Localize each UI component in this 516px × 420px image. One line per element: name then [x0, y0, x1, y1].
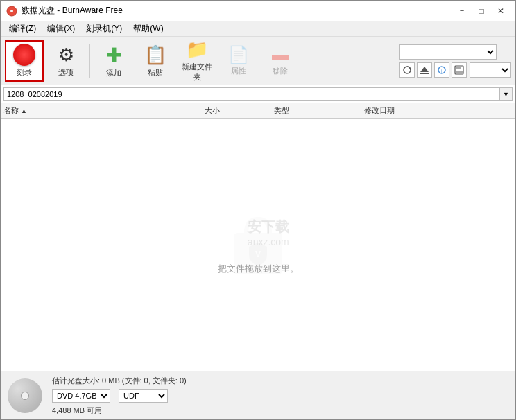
new-folder-button[interactable]: 📁 新建文件夹	[178, 40, 216, 82]
add-label: 添加	[106, 68, 121, 78]
drive-action-icons: i	[399, 62, 467, 78]
menu-item-edit[interactable]: 编辑(X)	[42, 21, 80, 36]
status-bar: 估计光盘大小: 0 MB (文件: 0, 文件夹: 0) DVD 4.7GB D…	[1, 371, 515, 419]
path-bar: ▼	[1, 85, 515, 103]
svg-text:i: i	[441, 68, 442, 74]
window-controls: － □ ✕	[453, 3, 510, 19]
properties-button[interactable]: 📄 属性	[219, 40, 258, 82]
info-icon: i	[437, 65, 447, 75]
svg-rect-9	[456, 71, 463, 73]
folder-icon: 📁	[186, 39, 208, 60]
paste-icon: 📋	[144, 44, 166, 66]
remove-button[interactable]: ▬ 移除	[261, 40, 300, 82]
svg-rect-4	[420, 73, 429, 74]
eject-icon	[420, 65, 429, 75]
title-bar: 数据光盘 - BurnAware Free － □ ✕	[1, 1, 515, 21]
burn-button[interactable]: 刻录	[5, 40, 44, 82]
estimate-line: 估计光盘大小: 0 MB (文件: 0, 文件夹: 0)	[52, 376, 187, 386]
svg-marker-3	[420, 67, 429, 72]
disc-type-select[interactable]: DVD 4.7GB DVD 8.5GB DVD+R CD 700MB	[52, 389, 110, 403]
content-area: V 安下载 anxz.com 把文件拖放到这里。	[1, 119, 515, 371]
drive-select-row	[399, 44, 511, 60]
maximize-button[interactable]: □	[472, 3, 490, 19]
toolbar-right: i	[399, 44, 511, 78]
window-title: 数据光盘 - BurnAware Free	[22, 5, 123, 17]
app-icon	[6, 6, 17, 17]
toolbar: 刻录 ⚙ 选项 ✚ 添加 📋 粘贴 📁 新建文件夹 📄 属性	[1, 37, 515, 85]
disc-center	[21, 392, 29, 400]
close-button[interactable]: ✕	[492, 3, 510, 19]
save-icon	[454, 65, 464, 75]
drop-hint-text: 把文件拖放到这里。	[218, 263, 299, 275]
gear-icon: ⚙	[58, 44, 74, 66]
menu-item-burner[interactable]: 刻录机(Y)	[80, 21, 128, 36]
col-header-date[interactable]: 修改日期	[364, 105, 513, 116]
save-button[interactable]	[452, 62, 467, 78]
format-select[interactable]: UDF ISO9660 UDF/ISO	[119, 389, 168, 403]
disc-options-row: DVD 4.7GB DVD 8.5GB DVD+R CD 700MB UDF I…	[52, 389, 187, 403]
toolbar-separator-1	[89, 44, 90, 78]
properties-icon: 📄	[228, 45, 249, 64]
sort-arrow-name: ▲	[21, 107, 27, 114]
new-folder-label: 新建文件夹	[179, 62, 215, 82]
disc-graphic	[8, 378, 42, 413]
available-space: 4,488 MB 可用	[52, 405, 187, 416]
options-button[interactable]: ⚙ 选项	[46, 40, 85, 82]
menu-item-help[interactable]: 帮助(W)	[128, 21, 169, 36]
properties-label: 属性	[231, 66, 246, 76]
column-headers: 名称 ▲ 大小 类型 修改日期	[1, 103, 515, 119]
col-header-type[interactable]: 类型	[274, 105, 364, 116]
svg-rect-8	[456, 66, 461, 69]
site-watermark-text: 安下载 anxz.com	[248, 217, 289, 247]
status-info: 估计光盘大小: 0 MB (文件: 0, 文件夹: 0) DVD 4.7GB D…	[52, 376, 187, 416]
burn-label: 刻录	[17, 67, 32, 78]
title-bar-left: 数据光盘 - BurnAware Free	[6, 5, 123, 17]
col-header-size[interactable]: 大小	[205, 105, 274, 116]
svg-point-1	[10, 10, 13, 12]
refresh-icon	[402, 65, 412, 75]
path-input[interactable]	[3, 87, 500, 101]
drive-icons-row: i	[399, 62, 511, 78]
burn-icon	[13, 44, 35, 66]
add-icon: ✚	[106, 44, 122, 67]
paste-label: 粘贴	[148, 67, 163, 78]
paste-button[interactable]: 📋 粘贴	[136, 40, 175, 82]
info-button[interactable]: i	[434, 62, 449, 78]
add-button[interactable]: ✚ 添加	[94, 40, 133, 82]
menu-item-compile[interactable]: 编译(Z)	[3, 21, 42, 36]
drive-select[interactable]	[399, 44, 497, 60]
speed-select[interactable]	[470, 62, 511, 78]
minimize-button[interactable]: －	[453, 3, 471, 19]
remove-label: 移除	[273, 66, 288, 76]
col-header-name[interactable]: 名称 ▲	[3, 105, 205, 116]
options-label: 选项	[58, 67, 74, 78]
eject-disc-button[interactable]	[417, 62, 432, 78]
path-dropdown-button[interactable]: ▼	[500, 87, 513, 101]
remove-icon: ▬	[272, 45, 289, 64]
menu-bar: 编译(Z) 编辑(X) 刻录机(Y) 帮助(W)	[1, 21, 515, 37]
app-window: 数据光盘 - BurnAware Free － □ ✕ 编译(Z) 编辑(X) …	[0, 0, 516, 420]
svg-text:V: V	[255, 250, 261, 259]
refresh-drive-button[interactable]	[399, 62, 415, 78]
